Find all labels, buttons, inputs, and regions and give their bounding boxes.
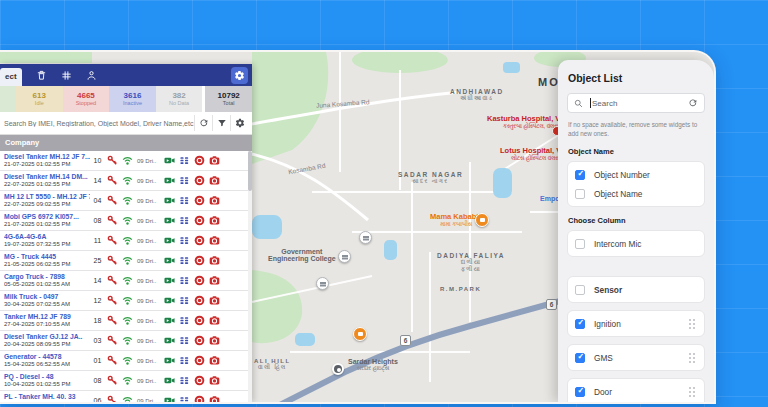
video-icon[interactable]: [164, 275, 175, 286]
camera-icon[interactable]: [209, 255, 220, 266]
ignition-key-icon[interactable]: [107, 295, 118, 306]
ignition-key-icon[interactable]: [107, 355, 118, 366]
camera-icon[interactable]: [209, 375, 220, 386]
vehicle-name-link[interactable]: Diesel Tanker MH.14 DM...: [4, 173, 90, 181]
map-label-building[interactable]: Sardar Heights: [348, 358, 398, 365]
map-poi-marker[interactable]: [316, 277, 329, 290]
video-icon[interactable]: [164, 215, 175, 226]
ignition-key-icon[interactable]: [107, 235, 118, 246]
vehicle-name-link[interactable]: PQ - Diesel - 48: [4, 373, 90, 381]
door-sensor-icon[interactable]: [179, 255, 190, 266]
video-icon[interactable]: [164, 235, 175, 246]
video-icon[interactable]: [164, 395, 175, 402]
table-row[interactable]: Diesel Tanker MH.14 DM... 22-07-2025 01:…: [0, 171, 252, 191]
table-row[interactable]: Tanker MH.12 JF 789 27-04-2025 07:10:55 …: [0, 311, 252, 331]
checkbox[interactable]: [575, 353, 585, 363]
camera-icon[interactable]: [209, 155, 220, 166]
record-icon[interactable]: [194, 375, 205, 386]
tab-object[interactable]: ect: [0, 68, 22, 86]
door-sensor-icon[interactable]: [179, 375, 190, 386]
ignition-key-icon[interactable]: [107, 315, 118, 326]
vehicle-name-link[interactable]: Cargo Truck - 7898: [4, 273, 90, 281]
record-icon[interactable]: [194, 255, 205, 266]
checkbox[interactable]: [575, 239, 585, 249]
table-row[interactable]: Diesel Tanker GJ.12 JA.. 20-04-2025 08:0…: [0, 331, 252, 351]
door-sensor-icon[interactable]: [179, 275, 190, 286]
video-icon[interactable]: [164, 155, 175, 166]
table-row[interactable]: PL - Tanker MH. 40. 33 30-03-2024 09:02:…: [0, 391, 252, 402]
ignition-key-icon[interactable]: [107, 395, 118, 402]
table-row[interactable]: Generator - 44578 15-04-2025 06:52:55 AM…: [0, 351, 252, 371]
stat-total[interactable]: 10792 Total: [205, 86, 252, 112]
video-icon[interactable]: [164, 355, 175, 366]
stat-inactive[interactable]: 3616 Inactive: [109, 86, 156, 112]
vehicle-name-link[interactable]: Diesel Tanker GJ.12 JA..: [4, 333, 90, 341]
checkbox-option-row[interactable]: Object Number: [575, 165, 697, 184]
drag-handle-icon[interactable]: [688, 352, 697, 364]
vehicle-name-link[interactable]: PL - Tanker MH. 40. 33: [4, 393, 90, 401]
checkbox-option-row[interactable]: Ignition: [575, 314, 697, 333]
ignition-key-icon[interactable]: [107, 215, 118, 226]
stat-idle[interactable]: 613 Idle: [16, 86, 63, 112]
record-icon[interactable]: [194, 355, 205, 366]
checkbox-option-row[interactable]: Intercom Mic: [575, 234, 697, 253]
ignition-key-icon[interactable]: [107, 375, 118, 386]
table-search-input[interactable]: [4, 120, 194, 127]
vehicle-name-link[interactable]: Tanker MH.12 JF 789: [4, 313, 90, 321]
door-sensor-icon[interactable]: [179, 295, 190, 306]
camera-icon[interactable]: [209, 395, 220, 402]
map-restaurant-marker[interactable]: [475, 213, 489, 227]
vehicle-name-link[interactable]: Diesel Tanker MH.12 JF 7...: [4, 153, 90, 161]
settings-button[interactable]: [231, 67, 248, 84]
camera-icon[interactable]: [209, 315, 220, 326]
record-icon[interactable]: [194, 335, 205, 346]
table-scrollbar[interactable]: [248, 151, 252, 402]
vehicle-name-link[interactable]: Generator - 44578: [4, 353, 90, 361]
record-icon[interactable]: [194, 195, 205, 206]
camera-icon[interactable]: [209, 175, 220, 186]
trash-icon[interactable]: [36, 70, 47, 81]
ignition-key-icon[interactable]: [107, 175, 118, 186]
video-icon[interactable]: [164, 175, 175, 186]
ignition-key-icon[interactable]: [107, 155, 118, 166]
video-icon[interactable]: [164, 335, 175, 346]
door-sensor-icon[interactable]: [179, 355, 190, 366]
ignition-key-icon[interactable]: [107, 255, 118, 266]
drag-handle-icon[interactable]: [688, 386, 697, 398]
table-row[interactable]: Cargo Truck - 7898 05-05-2025 01:02:55 A…: [0, 271, 252, 291]
checkbox[interactable]: [575, 387, 585, 397]
door-sensor-icon[interactable]: [179, 335, 190, 346]
checkbox-option-row[interactable]: SOC: [575, 401, 697, 402]
table-row[interactable]: Diesel Tanker MH.12 JF 7... 21-07-2025 0…: [0, 151, 252, 171]
video-icon[interactable]: [164, 255, 175, 266]
table-row[interactable]: Milk Truck - 0497 30-04-2025 07:02:55 AM…: [0, 291, 252, 311]
map-building-marker[interactable]: [332, 363, 344, 375]
door-sensor-icon[interactable]: [179, 195, 190, 206]
record-icon[interactable]: [194, 155, 205, 166]
door-sensor-icon[interactable]: [179, 315, 190, 326]
stat-nodata[interactable]: 382 No Data: [156, 86, 203, 112]
checkbox[interactable]: [575, 170, 585, 180]
video-icon[interactable]: [164, 195, 175, 206]
vehicle-name-link[interactable]: Mobi GPS 6972 KI057...: [4, 213, 90, 221]
table-row[interactable]: MH 12 LT 5550 - MH.12 JF 7... 22-07-2025…: [0, 191, 252, 211]
video-icon[interactable]: [164, 315, 175, 326]
map-poi-marker[interactable]: [359, 231, 372, 244]
map-poi-marker[interactable]: [338, 250, 351, 263]
camera-icon[interactable]: [209, 275, 220, 286]
door-sensor-icon[interactable]: [179, 215, 190, 226]
record-icon[interactable]: [194, 295, 205, 306]
column-settings-button[interactable]: [230, 115, 248, 131]
checkbox[interactable]: [575, 189, 585, 199]
drag-handle-icon[interactable]: [688, 318, 697, 330]
grid-icon[interactable]: [61, 70, 72, 81]
checkbox-option-row[interactable]: Door: [575, 382, 697, 401]
driver-icon[interactable]: [86, 70, 97, 81]
camera-icon[interactable]: [209, 195, 220, 206]
record-icon[interactable]: [194, 275, 205, 286]
refresh-icon[interactable]: [688, 98, 698, 108]
camera-icon[interactable]: [209, 215, 220, 226]
table-row[interactable]: PQ - Diesel - 48 10-04-2025 01:02:55 PM …: [0, 371, 252, 391]
map-vehicle-marker[interactable]: [353, 327, 367, 341]
camera-icon[interactable]: [209, 355, 220, 366]
